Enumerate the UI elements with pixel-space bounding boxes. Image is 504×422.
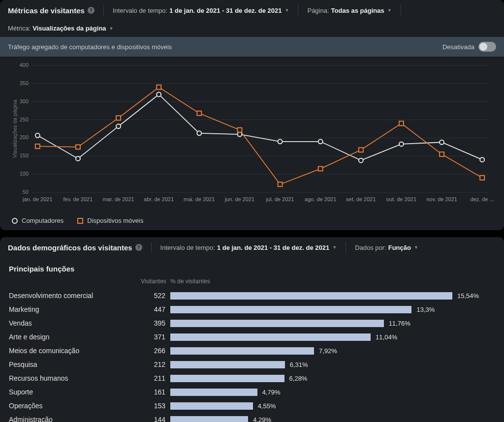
svg-rect-45 <box>197 111 201 116</box>
svg-text:50: 50 <box>23 189 29 195</box>
divider <box>346 242 346 253</box>
row-label: Recursos humanos <box>9 374 141 382</box>
svg-text:jul. de 2021: jul. de 2021 <box>266 196 294 202</box>
svg-rect-47 <box>278 182 283 186</box>
page-filter[interactable]: Página: Todas as páginas ▼ <box>307 7 391 14</box>
svg-point-38 <box>399 142 404 146</box>
visitor-metrics-title: Métricas de visitantes ? <box>8 6 94 15</box>
row-pct: 11,04% <box>376 333 397 341</box>
svg-rect-50 <box>399 121 404 125</box>
caret-down-icon: ▼ <box>285 8 289 13</box>
svg-point-32 <box>157 92 161 96</box>
row-bar <box>170 416 248 422</box>
caret-down-icon: ▼ <box>109 26 114 31</box>
svg-point-40 <box>480 157 484 162</box>
svg-text:350: 350 <box>20 80 29 86</box>
help-icon[interactable]: ? <box>135 244 142 251</box>
filter-label: Intervalo de tempo: <box>113 7 167 14</box>
row-visitors: 447 <box>141 305 170 313</box>
svg-point-36 <box>318 139 323 144</box>
svg-rect-41 <box>35 144 40 149</box>
time-range-filter[interactable]: Intervalo de tempo: 1 de jan. de 2021 - … <box>113 7 289 14</box>
svg-text:250: 250 <box>20 117 29 122</box>
row-bar-wrap: 4,29% <box>170 416 495 422</box>
svg-text:jun. de 2021: jun. de 2021 <box>224 196 255 202</box>
row-bar-wrap: 7,92% <box>170 347 495 355</box>
svg-point-39 <box>440 140 444 145</box>
caret-down-icon: ▼ <box>387 8 392 13</box>
svg-rect-49 <box>359 148 363 152</box>
toggle-state-label: Desativada <box>442 43 474 51</box>
row-label: Arte e design <box>9 333 141 341</box>
svg-text:dez. de ...: dez. de ... <box>471 196 494 202</box>
row-visitors: 266 <box>141 347 170 355</box>
svg-text:300: 300 <box>20 98 29 104</box>
svg-text:mar. de 2021: mar. de 2021 <box>102 196 134 202</box>
svg-text:nov. de 2021: nov. de 2021 <box>426 196 457 202</box>
metric-filter[interactable]: Métrica: Visualizações da página ▼ <box>8 25 113 32</box>
row-label: Administração <box>9 416 141 422</box>
demographics-rows: Desenvolvimento comercial52215,54%Market… <box>9 289 495 422</box>
visitor-metrics-panel: Métricas de visitantes ? Intervalo de te… <box>0 0 504 230</box>
row-pct: 6,31% <box>290 361 308 368</box>
demographics-subtitle: Principais funções <box>9 265 495 273</box>
table-row: Recursos humanos2116,28% <box>9 371 495 385</box>
svg-point-37 <box>359 158 363 163</box>
row-bar <box>170 375 284 382</box>
divider <box>401 5 401 16</box>
help-icon[interactable]: ? <box>88 7 94 14</box>
col-label-spacer <box>9 278 141 285</box>
svg-text:400: 400 <box>20 62 29 68</box>
divider <box>151 242 152 253</box>
row-bar-wrap: 4,79% <box>170 389 495 396</box>
legend-label: Dispositivos móveis <box>87 217 143 224</box>
aggregate-toggle[interactable] <box>478 42 496 52</box>
row-bar <box>170 389 257 396</box>
filter-value: 1 de jan. de 2021 - 31 de dez. de 2021 <box>217 244 329 251</box>
filter-value: Visualizações da página <box>32 25 106 32</box>
row-visitors: 212 <box>141 361 170 368</box>
row-bar-wrap: 11,04% <box>170 333 495 341</box>
demographics-title: Dados demográficos dos visitantes ? <box>8 243 142 252</box>
svg-text:set. de 2021: set. de 2021 <box>346 196 376 202</box>
row-visitors: 211 <box>141 374 170 382</box>
svg-text:ago. de 2021: ago. de 2021 <box>305 196 336 202</box>
row-label: Meios de comunicação <box>9 347 141 355</box>
svg-text:out. de 2021: out. de 2021 <box>386 196 416 202</box>
svg-rect-52 <box>480 176 484 180</box>
row-visitors: 161 <box>141 388 170 396</box>
filter-value: Todas as páginas <box>331 7 384 14</box>
caret-down-icon: ▼ <box>332 245 337 250</box>
aggregate-toggle-wrap: Desativada <box>442 42 496 52</box>
demo-time-filter[interactable]: Intervalo de tempo: 1 de jan. de 2021 - … <box>160 244 337 251</box>
row-visitors: 371 <box>141 333 170 341</box>
row-bar-wrap: 13,3% <box>170 306 495 313</box>
svg-text:100: 100 <box>20 171 29 177</box>
row-bar-wrap: 15,54% <box>170 292 495 300</box>
legend-mobile[interactable]: Dispositivos móveis <box>77 217 143 224</box>
col-pct-header: % de visitantes <box>170 278 495 285</box>
divider <box>298 5 298 16</box>
svg-point-35 <box>278 139 283 144</box>
title-text: Métricas de visitantes <box>8 6 85 15</box>
visitor-metrics-header: Métricas de visitantes ? Intervalo de te… <box>0 0 504 37</box>
row-pct: 7,92% <box>319 347 337 355</box>
demo-by-filter[interactable]: Dados por: Função ▼ <box>355 244 418 251</box>
legend-desktop[interactable]: Computadores <box>12 217 63 224</box>
svg-text:jan. de 2021: jan. de 2021 <box>22 196 53 202</box>
row-pct: 4,55% <box>258 402 276 410</box>
row-label: Operações <box>9 402 141 410</box>
svg-rect-42 <box>76 145 80 149</box>
svg-text:200: 200 <box>20 134 29 140</box>
svg-text:fev. de 2021: fev. de 2021 <box>63 196 93 202</box>
square-marker-icon <box>77 218 83 224</box>
row-visitors: 522 <box>141 292 170 300</box>
filter-label: Métrica: <box>8 25 31 32</box>
title-text: Dados demográficos dos visitantes <box>8 243 132 252</box>
row-pct: 15,54% <box>457 292 479 300</box>
filter-label: Dados por: <box>355 244 386 251</box>
row-bar-wrap: 6,31% <box>170 361 495 368</box>
legend-label: Computadores <box>22 217 63 224</box>
table-row: Operações1534,55% <box>9 399 495 413</box>
row-label: Vendas <box>9 319 141 327</box>
